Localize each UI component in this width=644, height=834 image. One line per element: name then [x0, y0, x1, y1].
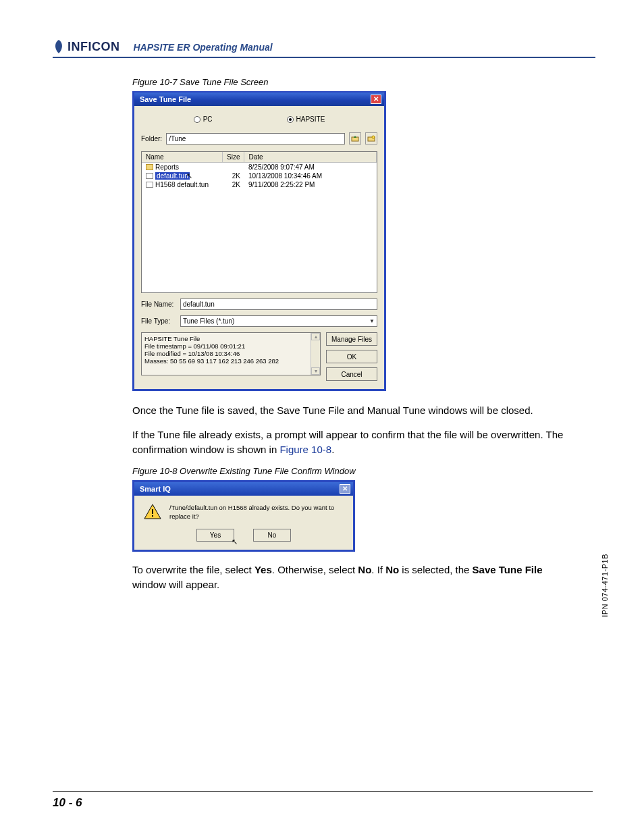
paragraph: Once the Tune file is saved, the Save Tu… [132, 403, 564, 418]
close-button[interactable]: ✕ [371, 95, 381, 104]
text-run: window will appear. [132, 579, 219, 590]
cursor-icon: ↖ [232, 538, 238, 546]
file-type-select[interactable]: Tune Files (*.tun) ▼ [180, 315, 377, 327]
cancel-button[interactable]: Cancel [326, 367, 377, 381]
svg-point-2 [372, 136, 375, 138]
text-run: . If [371, 564, 385, 575]
new-folder-icon [367, 134, 375, 142]
info-line: File modified = 10/13/08 10:34:46 [144, 350, 317, 357]
file-list[interactable]: Name Size Date Reports 8/25/2008 9:07:47… [141, 151, 377, 293]
chevron-down-icon: ▼ [369, 318, 375, 324]
radio-pc[interactable]: PC [194, 115, 213, 123]
dialog-titlebar: Save Tune File ✕ [134, 93, 384, 106]
file-row[interactable]: default.tun ↖ 2K 10/13/2008 10:34:46 AM [142, 172, 377, 180]
scrollbar[interactable]: ▴▾ [311, 333, 320, 375]
text-run: is selected, the [399, 564, 472, 575]
brand-text: INFICON [68, 40, 120, 54]
file-icon [146, 182, 153, 188]
text-run: . Otherwise, select [272, 564, 358, 575]
file-row[interactable]: Reports 8/25/2008 9:07:47 AM [142, 163, 377, 172]
yes-button[interactable]: Yes ↖ [196, 529, 234, 542]
folder-input[interactable] [166, 133, 345, 145]
paragraph: If the Tune file already exists, a promp… [132, 427, 564, 457]
figure-link[interactable]: Figure 10-8 [279, 444, 331, 455]
text-run: To overwrite the file, select [132, 564, 254, 575]
file-row[interactable]: H1568 default.tun 2K 9/11/2008 2:25:22 P… [142, 180, 377, 189]
close-button[interactable]: ✕ [340, 484, 350, 494]
file-type-label: File Type: [141, 317, 176, 325]
radio-hapsite[interactable]: HAPSITE [287, 115, 325, 123]
logo-mark-icon [53, 39, 65, 54]
new-folder-button[interactable] [365, 132, 377, 145]
file-name-label: File Name: [141, 301, 176, 308]
file-date: 10/13/2008 10:34:46 AM [244, 172, 377, 180]
dialog-titlebar: Smart IQ ✕ [134, 482, 353, 496]
file-size: 2K [223, 172, 244, 180]
yes-label: Yes [210, 531, 221, 539]
svg-rect-4 [152, 515, 153, 517]
folder-icon [146, 164, 153, 170]
file-name: default.tun [155, 172, 190, 180]
radio-pc-label: PC [203, 115, 213, 123]
save-tune-file-dialog: Save Tune File ✕ PC HAPSITE Folder: [132, 91, 386, 391]
radio-icon [194, 116, 200, 123]
confirm-message: /Tune/default.tun on H1568 already exist… [169, 504, 344, 521]
text-run: If the Tune file already exists, a promp… [132, 429, 563, 455]
text-bold: No [358, 564, 371, 575]
page-header: INFICON HAPSITE ER Operating Manual [53, 39, 595, 58]
info-line: HAPSITE Tune File [144, 335, 317, 342]
col-size[interactable]: Size [223, 152, 244, 162]
text-bold: Save Tune File [473, 564, 543, 575]
overwrite-confirm-dialog: Smart IQ ✕ /Tune/default.tun on H1568 al… [132, 480, 355, 552]
manual-title: HAPSITE ER Operating Manual [134, 42, 273, 54]
info-line: Masses: 50 55 69 93 117 162 213 246 263 … [144, 357, 317, 365]
ipn-code: IPN 074-471-P1B [601, 554, 609, 617]
file-size: 2K [223, 180, 244, 189]
text-bold: Yes [254, 564, 272, 575]
file-name-input[interactable] [180, 298, 377, 310]
scroll-down-icon: ▾ [311, 367, 320, 375]
folder-label: Folder: [141, 135, 162, 142]
info-line: File timestamp = 09/11/08 09:01:21 [144, 342, 317, 350]
file-date: 9/11/2008 2:25:22 PM [244, 180, 377, 189]
manage-files-button[interactable]: Manage Files [326, 332, 377, 346]
col-name[interactable]: Name [142, 152, 223, 162]
radio-hapsite-label: HAPSITE [296, 115, 325, 123]
text-run: . [331, 444, 334, 455]
file-size [223, 163, 244, 172]
file-icon [146, 173, 153, 179]
location-radio-group: PC HAPSITE [141, 113, 377, 132]
dialog-title: Smart IQ [140, 485, 171, 493]
up-folder-icon [351, 134, 359, 142]
col-date[interactable]: Date [244, 152, 377, 162]
file-name: Reports [155, 163, 179, 171]
warning-icon [144, 504, 161, 520]
figure-10-7-caption: Figure 10-7 Save Tune File Screen [132, 77, 564, 87]
up-folder-button[interactable] [349, 132, 361, 145]
file-info-panel: HAPSITE Tune File File timestamp = 09/11… [141, 332, 321, 375]
page-number: 10 - 6 [53, 791, 593, 810]
ok-button[interactable]: OK [326, 350, 377, 363]
dialog-title: Save Tune File [140, 95, 191, 103]
paragraph: To overwrite the file, select Yes. Other… [132, 563, 564, 592]
text-bold: No [385, 564, 399, 575]
file-name: H1568 default.tun [155, 181, 209, 188]
file-list-header: Name Size Date [142, 152, 377, 163]
file-date: 8/25/2008 9:07:47 AM [244, 163, 377, 172]
no-button[interactable]: No [253, 529, 291, 542]
file-type-value: Tune Files (*.tun) [183, 317, 234, 325]
radio-icon [287, 116, 294, 123]
scroll-up-icon: ▴ [311, 333, 320, 340]
figure-10-8-caption: Figure 10-8 Overwrite Existing Tune File… [132, 466, 564, 476]
inficon-logo: INFICON [53, 39, 120, 54]
svg-rect-3 [152, 509, 153, 514]
